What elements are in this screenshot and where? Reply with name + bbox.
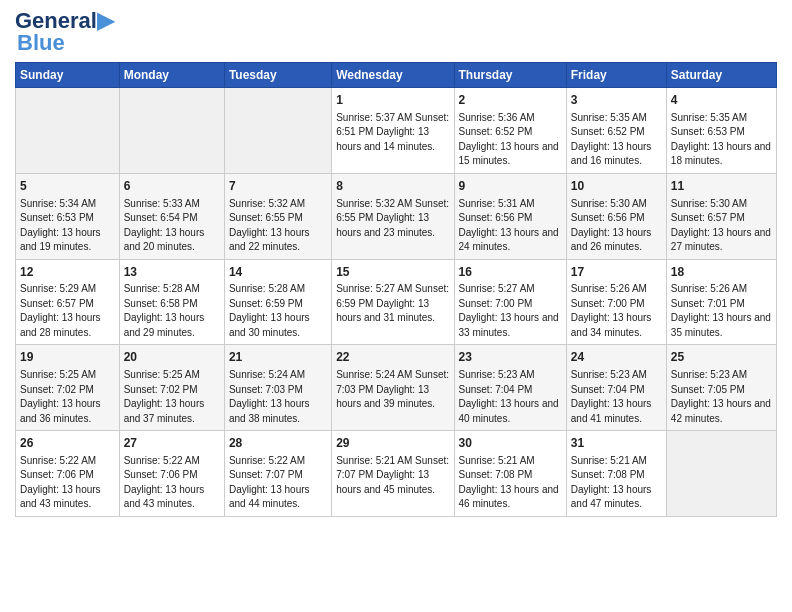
day-info: Sunrise: 5:37 AM Sunset: 6:51 PM Dayligh… [336, 111, 449, 155]
calendar-cell: 17Sunrise: 5:26 AM Sunset: 7:00 PM Dayli… [566, 259, 666, 345]
calendar-cell: 18Sunrise: 5:26 AM Sunset: 7:01 PM Dayli… [666, 259, 776, 345]
day-number: 22 [336, 349, 449, 366]
day-info: Sunrise: 5:30 AM Sunset: 6:56 PM Dayligh… [571, 197, 662, 255]
day-number: 26 [20, 435, 115, 452]
calendar-cell: 10Sunrise: 5:30 AM Sunset: 6:56 PM Dayli… [566, 173, 666, 259]
calendar-cell: 30Sunrise: 5:21 AM Sunset: 7:08 PM Dayli… [454, 431, 566, 517]
calendar-body: 1Sunrise: 5:37 AM Sunset: 6:51 PM Daylig… [16, 88, 777, 517]
calendar-cell: 19Sunrise: 5:25 AM Sunset: 7:02 PM Dayli… [16, 345, 120, 431]
calendar-cell [16, 88, 120, 174]
day-info: Sunrise: 5:36 AM Sunset: 6:52 PM Dayligh… [459, 111, 562, 169]
calendar-cell [666, 431, 776, 517]
calendar-cell [224, 88, 331, 174]
day-info: Sunrise: 5:35 AM Sunset: 6:52 PM Dayligh… [571, 111, 662, 169]
day-number: 12 [20, 264, 115, 281]
day-info: Sunrise: 5:26 AM Sunset: 7:01 PM Dayligh… [671, 282, 772, 340]
calendar-week-2: 5Sunrise: 5:34 AM Sunset: 6:53 PM Daylig… [16, 173, 777, 259]
day-number: 16 [459, 264, 562, 281]
day-info: Sunrise: 5:22 AM Sunset: 7:07 PM Dayligh… [229, 454, 327, 512]
day-number: 6 [124, 178, 220, 195]
day-number: 4 [671, 92, 772, 109]
calendar-cell [119, 88, 224, 174]
day-header-sunday: Sunday [16, 63, 120, 88]
calendar-cell: 16Sunrise: 5:27 AM Sunset: 7:00 PM Dayli… [454, 259, 566, 345]
logo: General▶ Blue [15, 10, 114, 54]
day-number: 10 [571, 178, 662, 195]
day-number: 23 [459, 349, 562, 366]
calendar-cell: 4Sunrise: 5:35 AM Sunset: 6:53 PM Daylig… [666, 88, 776, 174]
calendar-cell: 1Sunrise: 5:37 AM Sunset: 6:51 PM Daylig… [332, 88, 454, 174]
day-header-monday: Monday [119, 63, 224, 88]
day-info: Sunrise: 5:35 AM Sunset: 6:53 PM Dayligh… [671, 111, 772, 169]
calendar-cell: 26Sunrise: 5:22 AM Sunset: 7:06 PM Dayli… [16, 431, 120, 517]
day-info: Sunrise: 5:25 AM Sunset: 7:02 PM Dayligh… [124, 368, 220, 426]
calendar-week-3: 12Sunrise: 5:29 AM Sunset: 6:57 PM Dayli… [16, 259, 777, 345]
calendar-table: SundayMondayTuesdayWednesdayThursdayFrid… [15, 62, 777, 517]
day-info: Sunrise: 5:33 AM Sunset: 6:54 PM Dayligh… [124, 197, 220, 255]
day-info: Sunrise: 5:25 AM Sunset: 7:02 PM Dayligh… [20, 368, 115, 426]
calendar-cell: 6Sunrise: 5:33 AM Sunset: 6:54 PM Daylig… [119, 173, 224, 259]
calendar-cell: 8Sunrise: 5:32 AM Sunset: 6:55 PM Daylig… [332, 173, 454, 259]
calendar-cell: 21Sunrise: 5:24 AM Sunset: 7:03 PM Dayli… [224, 345, 331, 431]
day-info: Sunrise: 5:31 AM Sunset: 6:56 PM Dayligh… [459, 197, 562, 255]
calendar-cell: 13Sunrise: 5:28 AM Sunset: 6:58 PM Dayli… [119, 259, 224, 345]
day-number: 3 [571, 92, 662, 109]
day-info: Sunrise: 5:29 AM Sunset: 6:57 PM Dayligh… [20, 282, 115, 340]
day-info: Sunrise: 5:21 AM Sunset: 7:07 PM Dayligh… [336, 454, 449, 498]
day-number: 29 [336, 435, 449, 452]
day-header-thursday: Thursday [454, 63, 566, 88]
day-info: Sunrise: 5:32 AM Sunset: 6:55 PM Dayligh… [229, 197, 327, 255]
day-number: 20 [124, 349, 220, 366]
calendar-cell: 15Sunrise: 5:27 AM Sunset: 6:59 PM Dayli… [332, 259, 454, 345]
calendar-cell: 12Sunrise: 5:29 AM Sunset: 6:57 PM Dayli… [16, 259, 120, 345]
calendar-cell: 9Sunrise: 5:31 AM Sunset: 6:56 PM Daylig… [454, 173, 566, 259]
calendar-cell: 27Sunrise: 5:22 AM Sunset: 7:06 PM Dayli… [119, 431, 224, 517]
day-number: 7 [229, 178, 327, 195]
day-number: 1 [336, 92, 449, 109]
day-info: Sunrise: 5:22 AM Sunset: 7:06 PM Dayligh… [124, 454, 220, 512]
day-header-wednesday: Wednesday [332, 63, 454, 88]
day-info: Sunrise: 5:27 AM Sunset: 6:59 PM Dayligh… [336, 282, 449, 326]
calendar-cell: 31Sunrise: 5:21 AM Sunset: 7:08 PM Dayli… [566, 431, 666, 517]
day-number: 15 [336, 264, 449, 281]
logo-text: General▶ [15, 10, 114, 32]
calendar-cell: 23Sunrise: 5:23 AM Sunset: 7:04 PM Dayli… [454, 345, 566, 431]
day-number: 9 [459, 178, 562, 195]
day-info: Sunrise: 5:24 AM Sunset: 7:03 PM Dayligh… [229, 368, 327, 426]
calendar-cell: 2Sunrise: 5:36 AM Sunset: 6:52 PM Daylig… [454, 88, 566, 174]
day-number: 8 [336, 178, 449, 195]
logo-blue: Blue [17, 32, 65, 54]
calendar-cell: 25Sunrise: 5:23 AM Sunset: 7:05 PM Dayli… [666, 345, 776, 431]
day-info: Sunrise: 5:23 AM Sunset: 7:05 PM Dayligh… [671, 368, 772, 426]
day-info: Sunrise: 5:30 AM Sunset: 6:57 PM Dayligh… [671, 197, 772, 255]
day-info: Sunrise: 5:24 AM Sunset: 7:03 PM Dayligh… [336, 368, 449, 412]
day-number: 30 [459, 435, 562, 452]
calendar-cell: 22Sunrise: 5:24 AM Sunset: 7:03 PM Dayli… [332, 345, 454, 431]
day-info: Sunrise: 5:23 AM Sunset: 7:04 PM Dayligh… [459, 368, 562, 426]
calendar-cell: 14Sunrise: 5:28 AM Sunset: 6:59 PM Dayli… [224, 259, 331, 345]
calendar-week-1: 1Sunrise: 5:37 AM Sunset: 6:51 PM Daylig… [16, 88, 777, 174]
calendar-header-row: SundayMondayTuesdayWednesdayThursdayFrid… [16, 63, 777, 88]
day-number: 21 [229, 349, 327, 366]
day-header-friday: Friday [566, 63, 666, 88]
day-number: 2 [459, 92, 562, 109]
day-number: 27 [124, 435, 220, 452]
calendar-cell: 29Sunrise: 5:21 AM Sunset: 7:07 PM Dayli… [332, 431, 454, 517]
calendar-cell: 20Sunrise: 5:25 AM Sunset: 7:02 PM Dayli… [119, 345, 224, 431]
page-header: General▶ Blue [15, 10, 777, 54]
day-info: Sunrise: 5:21 AM Sunset: 7:08 PM Dayligh… [459, 454, 562, 512]
day-number: 11 [671, 178, 772, 195]
day-number: 24 [571, 349, 662, 366]
day-number: 28 [229, 435, 327, 452]
day-number: 19 [20, 349, 115, 366]
day-info: Sunrise: 5:32 AM Sunset: 6:55 PM Dayligh… [336, 197, 449, 241]
calendar-week-5: 26Sunrise: 5:22 AM Sunset: 7:06 PM Dayli… [16, 431, 777, 517]
day-info: Sunrise: 5:27 AM Sunset: 7:00 PM Dayligh… [459, 282, 562, 340]
day-info: Sunrise: 5:21 AM Sunset: 7:08 PM Dayligh… [571, 454, 662, 512]
calendar-cell: 7Sunrise: 5:32 AM Sunset: 6:55 PM Daylig… [224, 173, 331, 259]
day-number: 13 [124, 264, 220, 281]
calendar-cell: 5Sunrise: 5:34 AM Sunset: 6:53 PM Daylig… [16, 173, 120, 259]
day-info: Sunrise: 5:28 AM Sunset: 6:59 PM Dayligh… [229, 282, 327, 340]
day-info: Sunrise: 5:34 AM Sunset: 6:53 PM Dayligh… [20, 197, 115, 255]
calendar-week-4: 19Sunrise: 5:25 AM Sunset: 7:02 PM Dayli… [16, 345, 777, 431]
